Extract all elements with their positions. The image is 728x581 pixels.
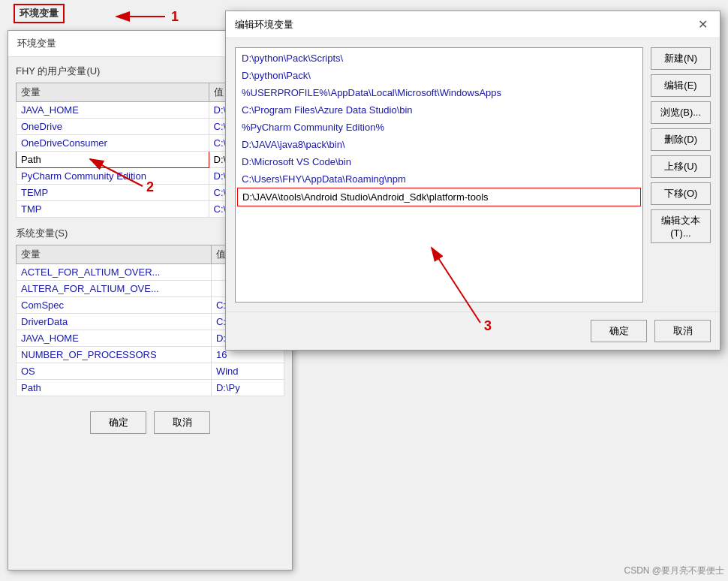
user-var-name[interactable]: TMP (17, 201, 209, 218)
edit-dialog-titlebar: 编辑环境变量 ✕ (226, 11, 720, 38)
sys-var-name[interactable]: JAVA_HOME (17, 330, 212, 347)
sys-var-name[interactable]: ACTEL_FOR_ALTIUM_OVER... (17, 264, 212, 281)
path-list-item[interactable]: D:\python\Pack\ (237, 67, 641, 84)
path-list-item[interactable]: %PyCharm Community Edition% (237, 119, 641, 136)
env-window-title: 环境变量 (17, 37, 56, 50)
dialog-action-buttons: 新建(N) 编辑(E) 浏览(B)... 删除(D) 上移(U) 下移(O) 编… (651, 47, 711, 303)
path-list-item[interactable]: C:\Users\FHY\AppData\Roaming\npm (237, 170, 641, 188)
sys-var-name[interactable]: ComSpec (17, 297, 212, 314)
col-var-header: 变量 (17, 83, 209, 102)
edit-text-button[interactable]: 编辑文本(T)... (651, 209, 711, 243)
user-var-name[interactable]: TEMP (17, 185, 209, 201)
annotation-title-box: 环境变量 (14, 4, 65, 23)
main-window-footer: 确定 取消 (8, 404, 292, 441)
path-list-item[interactable]: D:\JAVA\java8\pack\bin\ (237, 136, 641, 153)
path-list[interactable]: D:\python\Pack\Scripts\D:\python\Pack\%U… (235, 47, 643, 303)
move-up-button[interactable]: 上移(U) (651, 155, 711, 178)
main-cancel-button[interactable]: 取消 (154, 411, 210, 434)
user-var-name[interactable]: OneDrive (17, 119, 209, 135)
sys-var-value: D:\Py (211, 380, 284, 396)
path-list-item[interactable]: D:\JAVA\tools\Android Studio\Android_Sdk… (237, 188, 641, 206)
edit-cancel-button[interactable]: 取消 (654, 320, 711, 342)
sys-var-name[interactable]: OS (17, 363, 212, 380)
new-button[interactable]: 新建(N) (651, 47, 711, 70)
edit-env-dialog: 编辑环境变量 ✕ D:\python\Pack\Scripts\D:\pytho… (225, 11, 720, 351)
edit-confirm-button[interactable]: 确定 (591, 320, 647, 342)
main-confirm-button[interactable]: 确定 (90, 411, 146, 434)
edit-dialog-title: 编辑环境变量 (235, 18, 293, 32)
path-list-item[interactable]: D:\Microsoft VS Code\bin (237, 153, 641, 170)
close-button[interactable]: ✕ (695, 17, 711, 32)
user-var-name[interactable]: JAVA_HOME (17, 102, 209, 119)
delete-button[interactable]: 删除(D) (651, 128, 711, 151)
sys-var-name[interactable]: Path (17, 380, 212, 396)
sys-var-name[interactable]: NUMBER_OF_PROCESSORS (17, 347, 212, 363)
path-list-item[interactable]: D:\python\Pack\Scripts\ (237, 50, 641, 67)
edit-button[interactable]: 编辑(E) (651, 74, 711, 97)
edit-dialog-body: D:\python\Pack\Scripts\D:\python\Pack\%U… (226, 38, 720, 312)
edit-dialog-footer: 确定 取消 (226, 312, 720, 350)
sys-var-value: Wind (211, 363, 284, 380)
annotation-title-text: 环境变量 (20, 8, 59, 19)
move-down-button[interactable]: 下移(O) (651, 182, 711, 205)
sys-var-name[interactable]: DriverData (17, 314, 212, 330)
svg-text:1: 1 (171, 9, 179, 24)
browse-button[interactable]: 浏览(B)... (651, 101, 711, 124)
path-list-item[interactable]: C:\Program Files\Azure Data Studio\bin (237, 101, 641, 119)
path-list-item[interactable]: %USERPROFILE%\AppData\Local\Microsoft\Wi… (237, 84, 641, 101)
sys-col-var-header: 变量 (17, 245, 212, 264)
watermark: CSDN @要月亮不要便士 (624, 564, 724, 577)
user-var-name[interactable]: Path (17, 152, 209, 168)
user-var-name[interactable]: OneDriveConsumer (17, 135, 209, 152)
user-var-name[interactable]: PyCharm Community Edition (17, 168, 209, 185)
sys-var-name[interactable]: ALTERA_FOR_ALTIUM_OVE... (17, 281, 212, 297)
